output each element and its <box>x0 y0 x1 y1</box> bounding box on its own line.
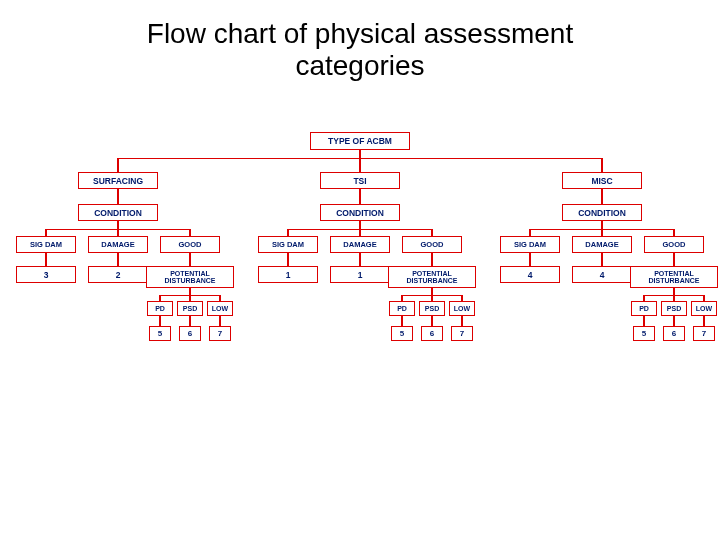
connector <box>529 253 530 266</box>
connector <box>189 316 190 326</box>
pd-value-0-2: 7 <box>209 326 231 341</box>
connector <box>359 253 360 266</box>
connector <box>189 229 190 236</box>
connector <box>431 229 432 236</box>
condition-0: CONDITION <box>78 204 158 221</box>
connector <box>601 253 602 266</box>
pd-value-0-1: 6 <box>179 326 201 341</box>
connector <box>703 316 704 326</box>
state-2-2: GOOD <box>644 236 704 253</box>
connector <box>45 229 46 236</box>
potential-disturbance-2: POTENTIAL DISTURBANCE <box>630 266 718 288</box>
connector <box>117 229 118 236</box>
branch-surfacing: SURFACING <box>78 172 158 189</box>
page-title: Flow chart of physical assessment catego… <box>0 0 720 82</box>
value-0-1: 2 <box>88 266 148 283</box>
pd-child-1-0: PD <box>389 301 415 316</box>
connector <box>287 229 288 236</box>
title-line-1: Flow chart of physical assessment <box>147 18 573 49</box>
connector <box>219 316 220 326</box>
pd-child-1-1: PSD <box>419 301 445 316</box>
connector <box>159 316 160 326</box>
pd-child-0-0: PD <box>147 301 173 316</box>
value-1-1: 1 <box>330 266 390 283</box>
title-line-2: categories <box>295 50 424 81</box>
state-0-0: SIG DAM <box>16 236 76 253</box>
flowchart-canvas: TYPE OF ACBMSURFACINGCONDITIONSIG DAM3DA… <box>0 112 720 512</box>
pd-child-0-2: LOW <box>207 301 233 316</box>
potential-disturbance-0: POTENTIAL DISTURBANCE <box>146 266 234 288</box>
connector <box>45 253 46 266</box>
pd-value-1-0: 5 <box>391 326 413 341</box>
condition-2: CONDITION <box>562 204 642 221</box>
branch-tsi: TSI <box>320 172 400 189</box>
connector <box>359 229 360 236</box>
state-2-1: DAMAGE <box>572 236 632 253</box>
pd-child-2-2: LOW <box>691 301 717 316</box>
pd-value-1-1: 6 <box>421 326 443 341</box>
connector <box>673 316 674 326</box>
value-2-0: 4 <box>500 266 560 283</box>
connector <box>359 189 360 204</box>
connector <box>189 253 190 266</box>
connector <box>117 189 118 204</box>
state-1-0: SIG DAM <box>258 236 318 253</box>
pd-value-2-2: 7 <box>693 326 715 341</box>
pd-value-1-2: 7 <box>451 326 473 341</box>
branch-misc: MISC <box>562 172 642 189</box>
pd-value-2-1: 6 <box>663 326 685 341</box>
state-0-1: DAMAGE <box>88 236 148 253</box>
connector <box>643 316 644 326</box>
connector <box>601 158 602 172</box>
value-0-0: 3 <box>16 266 76 283</box>
pd-child-2-1: PSD <box>661 301 687 316</box>
state-2-0: SIG DAM <box>500 236 560 253</box>
connector <box>529 229 530 236</box>
connector <box>401 316 402 326</box>
value-2-1: 4 <box>572 266 632 283</box>
connector <box>359 158 360 172</box>
connector <box>673 229 674 236</box>
connector <box>461 316 462 326</box>
connector <box>117 158 118 172</box>
state-1-2: GOOD <box>402 236 462 253</box>
connector <box>431 316 432 326</box>
connector <box>673 253 674 266</box>
state-0-2: GOOD <box>160 236 220 253</box>
root-node: TYPE OF ACBM <box>310 132 410 150</box>
state-1-1: DAMAGE <box>330 236 390 253</box>
pd-value-2-0: 5 <box>633 326 655 341</box>
pd-child-2-0: PD <box>631 301 657 316</box>
connector <box>287 253 288 266</box>
condition-1: CONDITION <box>320 204 400 221</box>
pd-value-0-0: 5 <box>149 326 171 341</box>
value-1-0: 1 <box>258 266 318 283</box>
connector <box>431 253 432 266</box>
connector <box>117 253 118 266</box>
pd-child-1-2: LOW <box>449 301 475 316</box>
connector <box>601 229 602 236</box>
connector <box>601 189 602 204</box>
potential-disturbance-1: POTENTIAL DISTURBANCE <box>388 266 476 288</box>
pd-child-0-1: PSD <box>177 301 203 316</box>
